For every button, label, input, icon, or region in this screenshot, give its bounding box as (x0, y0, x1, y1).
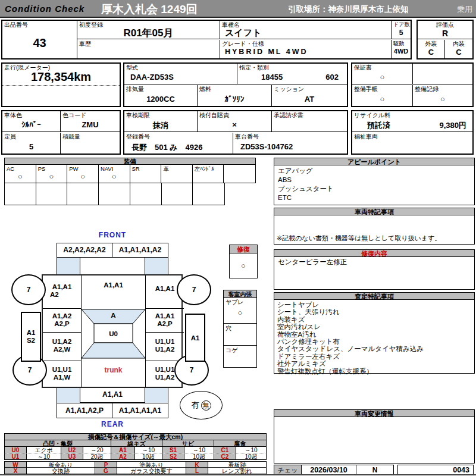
spare-tire-indicator: 有 無 (180, 391, 223, 419)
damage-codes: A1,A1 (146, 312, 184, 320)
approval-cell: 承認請求書 (272, 111, 347, 132)
legend-code: P (95, 462, 117, 467)
trunk-label: trunk (82, 366, 145, 374)
fuel-value: ｶﾞｿﾘﾝ (198, 95, 271, 104)
rear-bumper-right: A1,A1,A1,A1 (112, 403, 168, 418)
cell-side-right: A1 (185, 314, 205, 362)
assessment-body: シートヤブレ シート、天張り汚れ 内装キズ 室内汚れ/スレ 荷物室A汚れ パンク… (274, 300, 475, 374)
classification-number: 602 (325, 73, 339, 82)
designation-number: 18455 (261, 73, 283, 82)
damage-codes: A2 (43, 291, 81, 299)
appeal-item: ABS (278, 176, 471, 184)
assessment-item: ドアミラー左右キズ (277, 353, 471, 360)
welfare-cell: 福祉車両 (352, 133, 472, 154)
designation-cell: 指定・類別 18455 602 (237, 64, 347, 84)
body-color-label: 車体色 (4, 112, 22, 118)
legend-group: 凸凹・亀裂 (5, 440, 111, 446)
damage-codes: A1,A2 (43, 312, 81, 320)
payload-cell: 積載量 (61, 133, 120, 154)
drive-cell: 駆動 4WD (392, 40, 411, 58)
exterior-label: 外装 (418, 40, 444, 47)
assessment-item: タイヤスタッドレス、ノーマルタイヤ積み込み (277, 345, 471, 352)
cabin-trim-label: ヤブレ (226, 299, 244, 305)
color-code-cell: 色コード ZMU (61, 111, 120, 132)
displacement-cell: 排気量 1200CC (124, 85, 198, 106)
capacity-value: 5 (2, 142, 60, 151)
color-code-label: 色コード (62, 112, 86, 118)
equipment-row-2 (4, 183, 225, 205)
equipment-mark: ○ (99, 172, 130, 181)
header-bar: Condition Check 厚木入札会 1249回 引取場所：神奈川県厚木市… (0, 0, 476, 18)
equipment-label: AC (7, 165, 14, 172)
chassis-number-cell: 車台番号 ZD53S-104762 (233, 133, 347, 154)
assessment-item: パンク修理キット有 (277, 338, 471, 345)
legend-code: G (95, 468, 117, 474)
jibai-cell: 検付自賠責 × (198, 111, 272, 132)
displacement-value: 1200CC (124, 95, 197, 104)
equipment-cell-pw: PW ○ (67, 165, 99, 183)
capacity-label: 定員 (4, 133, 16, 140)
legend-code: A1 (111, 447, 135, 453)
model-code-value: DAA-ZD53S (124, 73, 237, 82)
equipment-label: NAVI (101, 165, 113, 172)
repair-mark: ○ (230, 261, 257, 270)
damage-codes: A1,W (43, 374, 81, 381)
drive-label: 駆動 (393, 40, 404, 47)
rear-bumper: A1,A1,A2,P A1,A1,A1,A1 (57, 403, 168, 418)
grade-label: グレード・仕様 (222, 40, 264, 47)
exterior-cell: 外装 C (418, 40, 445, 58)
legend-desc: 看板跡 (208, 462, 266, 467)
diagram-front-label: FRONT (80, 231, 145, 239)
evaluation-table: 評価点 R 外装 C 内装 C (416, 20, 474, 60)
equipment-label: 左ﾊﾝﾄﾞﾙ (195, 165, 214, 172)
exterior-value: C (418, 48, 444, 57)
damage-codes: U1,U1 (43, 366, 81, 374)
inspection-cell: 車検期限 抹消 (124, 111, 198, 132)
legend-group: 線キズ (111, 440, 162, 446)
blank-cell (413, 64, 472, 84)
assessment-item: 荷物室A汚れ (277, 331, 471, 338)
divider (43, 332, 81, 333)
color-capacity-table: 車体色 ｼﾙﾊﾞｰ 色コード ZMU 定員 5 積載量 (1, 110, 121, 155)
condition-check-sheet: Condition Check 厚木入札会 1249回 引取場所：神奈川県厚木市… (0, 0, 476, 476)
legend-code: X (5, 468, 27, 474)
interior-cell: 内装 C (445, 40, 472, 58)
legend-code: C1 (214, 447, 236, 453)
page-bottom-rule (0, 474, 476, 475)
assessment-item: シートヤブレ (277, 301, 471, 308)
vehicle-notes-title: 車両特記事項 (274, 208, 475, 215)
equipment-label: 革 (163, 165, 169, 172)
equipment-label: SR (132, 165, 140, 172)
legend-desc: ～10 (184, 447, 214, 453)
cell-fender-left: A1,A1 A2 (43, 283, 81, 299)
legend-code: U2 (61, 447, 83, 453)
recycle-table: リサイクル料 預託済 9,380円 福祉車両 (351, 110, 474, 155)
pickup-location: 引取場所：神奈川県厚木市上依知 (288, 4, 409, 15)
recycle-cell: リサイクル料 預託済 9,380円 (352, 111, 472, 132)
cell-hood: A1,A1 (82, 281, 145, 289)
payload-label: 積載量 (62, 133, 80, 140)
maintenance-book-mark: ○ (352, 95, 412, 104)
damage-codes: A1 (27, 329, 36, 337)
maintenance-record-mark: ○ (413, 95, 472, 104)
designation-label: 指定・類別 (239, 64, 269, 71)
equipment-empty-cell (5, 183, 36, 205)
legend-code: A2 (111, 453, 135, 459)
damage-codes: A1,A1 (43, 283, 81, 291)
damage-legend-title: 損傷記号＆損傷サイズ(～最大cm) (4, 433, 267, 440)
cabin-trim-body: ヤブレ ○ 穴 コゲ (223, 298, 257, 368)
approval-label: 承認請求書 (274, 112, 303, 118)
equipment-mark: ○ (67, 172, 98, 181)
legend-desc: ガラス交換要す (117, 468, 186, 474)
repair-body: ○ (229, 253, 258, 278)
cell-roof: U0 (94, 330, 133, 337)
front-bumper-right: A1,A1,A1,A2 (112, 243, 168, 257)
appeal-body: エアバッグ ABS プッシュスタート ETC (274, 165, 475, 205)
equipment-cell-lhd: 左ﾊﾝﾄﾞﾙ (193, 165, 224, 183)
equipment-cell-ps: PS ○ (36, 165, 68, 183)
repair-content-title: 修復内容 (274, 249, 475, 257)
legend-desc: 20超 (83, 453, 111, 459)
model-code-table: 型式 DAA-ZD53S 指定・類別 18455 602 排気量 1200CC … (123, 62, 348, 107)
interior-label: 内装 (445, 40, 472, 47)
appeal-item: ETC (278, 193, 471, 202)
